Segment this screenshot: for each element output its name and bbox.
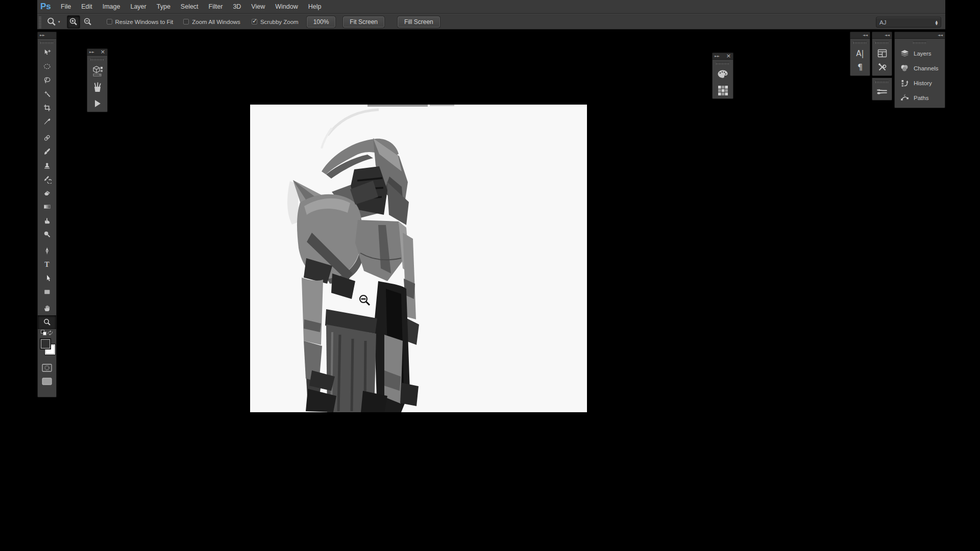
type-icon: T [44, 261, 49, 269]
active-tool-button[interactable]: ▾ [46, 16, 60, 28]
hand-tool[interactable] [38, 302, 56, 315]
photoshop-logo: Ps [40, 2, 56, 12]
channels-icon [899, 64, 910, 72]
healing-brush-tool[interactable] [38, 131, 56, 145]
marquee-tool[interactable] [38, 60, 56, 73]
options-bar: ▾ Resize Windows to Fit Zoom All Windows… [37, 14, 945, 30]
panel-grip[interactable] [91, 58, 104, 61]
layout-panel-icon[interactable] [872, 46, 892, 61]
quick-mask-button[interactable] [38, 361, 56, 374]
color-palette-icon[interactable] [713, 67, 733, 83]
default-colors-icon[interactable] [41, 330, 47, 336]
menu-filter[interactable]: Filter [204, 0, 228, 14]
swap-colors-icon[interactable] [47, 330, 53, 336]
panel-grip[interactable] [875, 81, 889, 83]
brush-tool[interactable] [38, 145, 56, 159]
tools-crossed-icon[interactable] [872, 61, 892, 76]
eyedropper-tool[interactable] [38, 115, 56, 129]
tab-paths[interactable]: Paths [895, 90, 945, 105]
tools-panel-header[interactable]: ►► [37, 32, 57, 38]
floating-panel-right: ►► × [712, 53, 733, 99]
close-icon[interactable]: × [101, 49, 105, 55]
resize-windows-checkbox[interactable]: Resize Windows to Fit [107, 19, 174, 25]
lasso-icon [43, 76, 52, 85]
panel-body [87, 55, 108, 112]
swatches-grid-icon[interactable] [713, 83, 733, 98]
menu-layer[interactable]: Layer [125, 0, 151, 14]
menu-3d[interactable]: 3D [228, 0, 246, 14]
screen-mode-button[interactable] [38, 374, 56, 388]
zoom-tool[interactable] [38, 315, 56, 329]
dock-header[interactable]: ◄◄ [894, 32, 945, 38]
bandage-icon [43, 134, 52, 142]
3d-cube-panel-icon[interactable] [87, 63, 107, 79]
tab-label: Channels [914, 65, 939, 71]
floating-panel-left: ►► × [87, 48, 108, 112]
foreground-color-swatch[interactable] [40, 338, 51, 349]
pen-tool[interactable] [38, 244, 56, 258]
clone-stamp-tool[interactable] [38, 159, 56, 172]
menu-edit[interactable]: Edit [76, 0, 97, 14]
dock-body: Layers Channels History Paths [894, 38, 945, 108]
menu-help[interactable]: Help [303, 0, 327, 14]
fill-screen-button[interactable]: Fill Screen [398, 16, 440, 28]
crop-tool[interactable] [38, 101, 56, 115]
panel-grip[interactable] [875, 41, 889, 44]
dock-column-panels: ◄◄ Layers Channels History Paths [894, 32, 945, 108]
panel-grip[interactable] [40, 41, 54, 44]
menu-image[interactable]: Image [97, 0, 126, 14]
dock-header[interactable]: ◄◄ [850, 32, 870, 38]
history-brush-tool[interactable] [38, 172, 56, 186]
scrubby-zoom-checkbox[interactable]: ✓ Scrubby Zoom [252, 19, 299, 25]
zoom-out-button[interactable] [81, 15, 94, 29]
menu-select[interactable]: Select [176, 0, 204, 14]
paragraph-panel-icon[interactable]: ¶ [850, 61, 870, 76]
shape-tool[interactable] [38, 285, 56, 299]
close-icon[interactable]: × [726, 54, 731, 59]
tab-history[interactable]: History [895, 76, 945, 90]
fit-screen-button[interactable]: Fit Screen [343, 16, 384, 28]
menu-type[interactable]: Type [152, 0, 176, 14]
tool-presets-glove-icon[interactable] [87, 79, 107, 95]
document-canvas[interactable] [250, 105, 587, 412]
zoom-tool-icon [46, 16, 57, 28]
panel-grip[interactable] [913, 41, 926, 44]
zoom-in-button[interactable] [67, 15, 80, 29]
brush-icon [43, 147, 52, 156]
options-bar-grip[interactable] [39, 16, 41, 28]
tab-layers[interactable]: Layers [895, 46, 945, 61]
move-tool[interactable] [38, 46, 56, 60]
zoom-all-windows-checkbox[interactable]: Zoom All Windows [183, 19, 240, 25]
menu-view[interactable]: View [246, 0, 270, 14]
character-panel-icon[interactable]: A| [850, 46, 870, 61]
eraser-tool[interactable] [38, 186, 56, 200]
zoom-100-button[interactable]: 100% [307, 16, 336, 28]
move-icon [43, 48, 52, 57]
magic-wand-tool[interactable] [38, 87, 56, 101]
magnifier-icon [43, 318, 52, 327]
checkbox-label: Resize Windows to Fit [115, 19, 174, 25]
checkbox-box: ✓ [252, 19, 257, 24]
lasso-tool[interactable] [38, 73, 56, 87]
panel-grip[interactable] [853, 41, 867, 44]
path-selection-tool[interactable] [38, 271, 56, 285]
dodge-tool[interactable] [38, 228, 56, 241]
smudge-tool[interactable] [38, 214, 56, 228]
dock-header[interactable]: ◄◄ [872, 32, 892, 38]
tab-channels[interactable]: Channels [895, 61, 945, 76]
menu-file[interactable]: File [56, 0, 76, 14]
collapse-dock-icon: ◄◄ [863, 33, 868, 37]
workspace-switcher[interactable]: AJ ▲▼ [876, 17, 941, 28]
workspace-value: AJ [879, 19, 886, 26]
type-tool[interactable]: T [38, 258, 56, 271]
panel-header[interactable]: ►► × [712, 53, 733, 59]
actions-play-icon[interactable] [87, 95, 107, 112]
panel-grip[interactable] [716, 62, 729, 65]
color-swatches [38, 337, 57, 359]
magic-wand-icon [43, 90, 52, 98]
brush-presets-icon[interactable] [872, 85, 892, 100]
gradient-tool[interactable] [38, 200, 56, 214]
collapse-dock-icon: ◄◄ [938, 33, 943, 37]
menu-window[interactable]: Window [270, 0, 303, 14]
panel-header[interactable]: ►► × [87, 48, 108, 55]
